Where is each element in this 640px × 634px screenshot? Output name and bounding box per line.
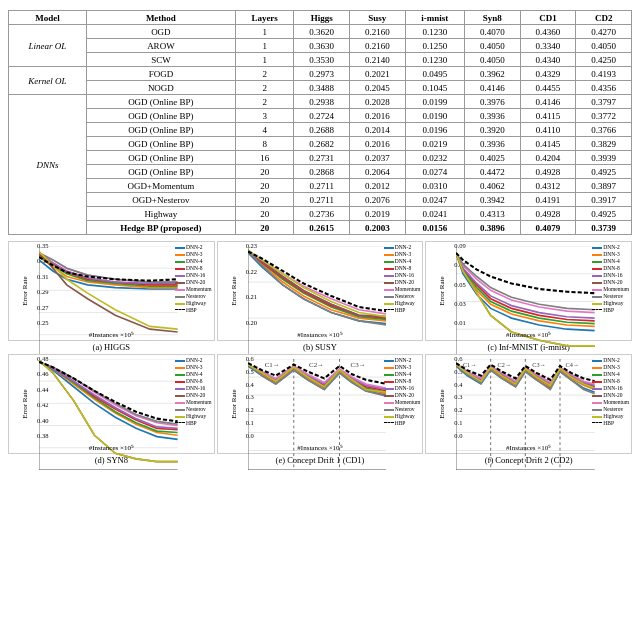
legend-label: HBP bbox=[395, 420, 406, 427]
legend-color bbox=[175, 282, 185, 284]
legend-item: DNN-2 bbox=[592, 357, 629, 364]
svg-text:C4→: C4→ bbox=[566, 361, 580, 368]
legend-item: DNN-3 bbox=[592, 251, 629, 258]
cd1-x-label: #Instances ×10⁵ bbox=[297, 444, 342, 452]
legend-item: HBP bbox=[384, 307, 421, 314]
legend-color bbox=[384, 309, 394, 310]
legend-color bbox=[384, 261, 394, 263]
legend-item: Highway bbox=[592, 300, 629, 307]
table-cell: 0.2021 bbox=[350, 67, 406, 81]
legend-item: HBP bbox=[175, 420, 212, 427]
cd2-x-label: #Instances ×10⁵ bbox=[506, 444, 551, 452]
table-cell: 0.2682 bbox=[294, 137, 350, 151]
legend-color bbox=[384, 303, 394, 305]
table-cell: 0.2014 bbox=[350, 123, 406, 137]
legend-item: Highway bbox=[175, 300, 212, 307]
legend-color bbox=[175, 381, 185, 383]
legend-label: DNN-3 bbox=[186, 364, 203, 371]
legend-label: DNN-16 bbox=[186, 272, 205, 279]
legend-item: DNN-2 bbox=[175, 357, 212, 364]
legend-item: DNN-20 bbox=[592, 392, 629, 399]
table-cell: 1 bbox=[235, 39, 294, 53]
table-cell: 0.0156 bbox=[405, 221, 464, 235]
legend-label: Momentum bbox=[395, 286, 421, 293]
legend-color bbox=[384, 374, 394, 376]
table-cell: 0.0196 bbox=[405, 123, 464, 137]
chart-cd2: Error Rate 0.60.50.40.30.20.10.0 bbox=[425, 354, 632, 465]
legend-item: DNN-16 bbox=[384, 272, 421, 279]
legend-item: DNN-4 bbox=[175, 258, 212, 265]
legend-item: HBP bbox=[175, 307, 212, 314]
legend-label: DNN-4 bbox=[395, 258, 412, 265]
table-cell: SCW bbox=[86, 53, 235, 67]
table-cell: 0.4250 bbox=[576, 53, 632, 67]
legend-item: Nesterov bbox=[384, 293, 421, 300]
table-cell: OGD+Momentum bbox=[86, 179, 235, 193]
legend-label: Highway bbox=[186, 413, 206, 420]
table-cell: 4 bbox=[235, 123, 294, 137]
table-cell: 0.0495 bbox=[405, 67, 464, 81]
legend-item: Highway bbox=[384, 300, 421, 307]
table-cell: 0.4193 bbox=[576, 67, 632, 81]
legend-item: DNN-16 bbox=[175, 272, 212, 279]
legend-item: DNN-8 bbox=[384, 265, 421, 272]
legend-color bbox=[592, 309, 602, 310]
legend-color bbox=[175, 395, 185, 397]
legend-label: DNN-16 bbox=[603, 385, 622, 392]
legend-label: Nesterov bbox=[395, 293, 415, 300]
legend-color bbox=[384, 282, 394, 284]
legend-item: Nesterov bbox=[175, 406, 212, 413]
table-cell: 0.3962 bbox=[465, 67, 521, 81]
susy-svg bbox=[248, 246, 387, 357]
col-layers: Layers bbox=[235, 11, 294, 25]
legend-label: HBP bbox=[603, 420, 614, 427]
legend-label: Nesterov bbox=[186, 293, 206, 300]
legend-item: DNN-2 bbox=[384, 244, 421, 251]
legend-color bbox=[384, 296, 394, 298]
table-cell: 0.4312 bbox=[520, 179, 576, 193]
legend-item: DNN-4 bbox=[592, 371, 629, 378]
model-label-1: Kernel OL bbox=[9, 67, 87, 95]
table-cell: 0.3797 bbox=[576, 95, 632, 109]
table-cell: 20 bbox=[235, 207, 294, 221]
legend-color bbox=[384, 367, 394, 369]
table-cell: 0.3920 bbox=[465, 123, 521, 137]
legend-label: Momentum bbox=[395, 399, 421, 406]
legend-item: DNN-3 bbox=[592, 364, 629, 371]
table-cell: 1 bbox=[235, 53, 294, 67]
table-cell: 0.2868 bbox=[294, 165, 350, 179]
table-cell: OGD bbox=[86, 25, 235, 39]
legend-label: DNN-8 bbox=[186, 265, 203, 272]
legend-color bbox=[175, 254, 185, 256]
legend-color bbox=[175, 275, 185, 277]
imnist-y-label: Error Rate bbox=[438, 276, 446, 305]
legend-color bbox=[384, 388, 394, 390]
svg-text:C2→: C2→ bbox=[498, 361, 512, 368]
table-cell: OGD (Online BP) bbox=[86, 137, 235, 151]
legend-color bbox=[592, 289, 602, 291]
col-method: Method bbox=[86, 11, 235, 25]
legend-color bbox=[592, 268, 602, 270]
table-cell: 0.3936 bbox=[465, 137, 521, 151]
table-cell: 0.4455 bbox=[520, 81, 576, 95]
legend-item: DNN-2 bbox=[175, 244, 212, 251]
table-cell: 0.1230 bbox=[405, 53, 464, 67]
table-cell: 0.2160 bbox=[350, 39, 406, 53]
legend-label: DNN-3 bbox=[603, 364, 620, 371]
legend-item: DNN-20 bbox=[384, 392, 421, 399]
legend-color bbox=[175, 416, 185, 418]
higgs-legend: DNN-2DNN-3DNN-4DNN-8DNN-16DNN-20Momentum… bbox=[175, 244, 212, 314]
table-cell: 0.3917 bbox=[576, 193, 632, 207]
legend-color bbox=[175, 247, 185, 249]
legend-label: DNN-2 bbox=[603, 357, 620, 364]
table-cell: 0.3829 bbox=[576, 137, 632, 151]
legend-item: Nesterov bbox=[592, 406, 629, 413]
legend-label: DNN-20 bbox=[186, 392, 205, 399]
table-cell: 0.2045 bbox=[350, 81, 406, 95]
legend-color bbox=[175, 268, 185, 270]
legend-item: DNN-3 bbox=[175, 364, 212, 371]
table-cell: 0.0241 bbox=[405, 207, 464, 221]
table-cell: 0.2016 bbox=[350, 109, 406, 123]
table-cell: 0.3936 bbox=[465, 109, 521, 123]
legend-label: DNN-8 bbox=[603, 378, 620, 385]
